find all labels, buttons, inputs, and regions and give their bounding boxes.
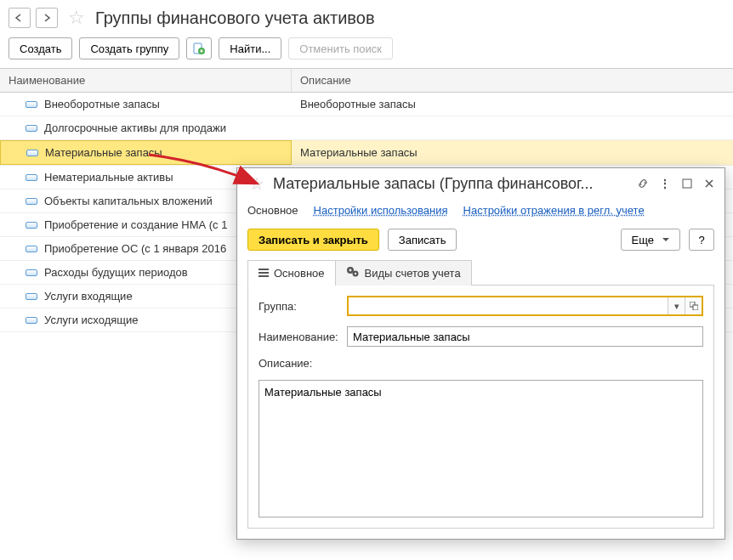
desc-textarea[interactable] bbox=[259, 380, 703, 518]
find-button[interactable]: Найти... bbox=[219, 37, 281, 59]
svg-point-6 bbox=[354, 273, 355, 274]
name-row: Наименование: bbox=[259, 326, 703, 347]
row-name-text: Расходы будущих периодов bbox=[44, 266, 188, 279]
row-name-text: Нематериальные активы bbox=[44, 171, 173, 184]
table-row[interactable]: Материальные запасыМатериальные запасы bbox=[0, 140, 733, 166]
more-button[interactable]: Еще bbox=[621, 229, 680, 251]
open-ref-icon[interactable] bbox=[685, 297, 702, 314]
table-row[interactable]: Внеоборотные запасыВнеоборотные запасы bbox=[0, 93, 733, 116]
gears-icon bbox=[346, 266, 360, 280]
create-button[interactable]: Создать bbox=[9, 37, 72, 59]
page-header: ☆ Группы финансового учета активов bbox=[0, 0, 733, 34]
item-icon bbox=[26, 101, 37, 108]
item-icon bbox=[26, 293, 37, 300]
dialog-toolbar: Записать и закрыть Записать Еще ? bbox=[237, 225, 724, 259]
help-button[interactable]: ? bbox=[689, 229, 714, 251]
link-icon[interactable] bbox=[634, 175, 651, 192]
item-icon bbox=[26, 125, 37, 132]
tab-main-label: Основное bbox=[274, 267, 325, 280]
item-icon bbox=[26, 174, 37, 181]
cell-name: Долгосрочные активы для продажи bbox=[0, 116, 292, 139]
save-button[interactable]: Записать bbox=[388, 229, 457, 251]
name-input-wrap bbox=[347, 326, 703, 347]
dropdown-icon[interactable]: ▾ bbox=[668, 297, 685, 314]
row-name-text: Услуги исходящие bbox=[44, 314, 138, 326]
desc-label-row: Описание: bbox=[259, 357, 703, 370]
nav-regl-settings[interactable]: Настройки отражения в регл. учете bbox=[463, 204, 645, 217]
row-name-text: Приобретение ОС (с 1 января 2016 bbox=[44, 242, 226, 255]
item-icon bbox=[26, 150, 38, 156]
tabstrip: Основное Виды счетов учета bbox=[247, 259, 714, 286]
group-input[interactable] bbox=[349, 297, 668, 314]
row-name-text: Внеоборотные запасы bbox=[44, 98, 160, 110]
form-area: Группа: ▾ Наименование: Описание: bbox=[247, 286, 714, 529]
item-icon bbox=[26, 246, 37, 252]
row-name-text: Объекты капитальных вложений bbox=[44, 195, 213, 207]
close-icon[interactable] bbox=[701, 175, 718, 192]
maximize-icon[interactable] bbox=[679, 175, 696, 192]
favorite-star-icon[interactable]: ☆ bbox=[68, 7, 85, 29]
cell-name: Внеоборотные запасы bbox=[0, 93, 292, 116]
nav-forward-button[interactable] bbox=[36, 8, 58, 28]
row-name-text: Долгосрочные активы для продажи bbox=[44, 122, 226, 134]
col-header-name[interactable]: Наименование bbox=[0, 69, 292, 92]
desc-label: Описание: bbox=[259, 357, 340, 370]
grid-header: Наименование Описание bbox=[0, 69, 733, 93]
row-name-text: Материальные запасы bbox=[45, 146, 162, 159]
nav-usage-settings[interactable]: Настройки использования bbox=[314, 204, 448, 217]
edit-dialog: ☆ Материальные запасы (Группа финансовог… bbox=[236, 167, 725, 540]
arrow-left-icon bbox=[14, 14, 25, 22]
nav-main[interactable]: Основное bbox=[247, 204, 298, 217]
refresh-button[interactable] bbox=[186, 37, 212, 59]
table-row[interactable]: Долгосрочные активы для продажи bbox=[0, 116, 733, 140]
group-label: Группа: bbox=[259, 300, 340, 313]
row-name-text: Приобретение и создание НМА (с 1 bbox=[44, 218, 227, 231]
group-row: Группа: ▾ bbox=[259, 296, 703, 316]
item-icon bbox=[26, 317, 37, 324]
svg-rect-8 bbox=[693, 305, 698, 310]
more-menu-icon[interactable]: ⋮ bbox=[656, 175, 673, 192]
name-label: Наименование: bbox=[259, 331, 340, 343]
create-group-button[interactable]: Создать группу bbox=[79, 37, 179, 59]
dialog-star-icon[interactable]: ☆ bbox=[249, 173, 264, 194]
cell-desc bbox=[292, 116, 733, 139]
tab-accounts-label: Виды счетов учета bbox=[365, 267, 461, 280]
save-close-button[interactable]: Записать и закрыть bbox=[247, 229, 379, 251]
tab-accounts[interactable]: Виды счетов учета bbox=[335, 260, 472, 286]
cell-name: Материальные запасы bbox=[0, 140, 292, 165]
cell-desc: Внеоборотные запасы bbox=[292, 93, 733, 116]
dialog-titlebar: ☆ Материальные запасы (Группа финансовог… bbox=[237, 168, 724, 199]
list-icon bbox=[259, 269, 269, 277]
svg-point-5 bbox=[349, 269, 351, 272]
item-icon bbox=[26, 222, 37, 229]
cancel-search-button: Отменить поиск bbox=[288, 37, 393, 59]
arrow-right-icon bbox=[42, 14, 52, 22]
name-input[interactable] bbox=[348, 327, 702, 346]
svg-rect-2 bbox=[683, 179, 691, 188]
item-icon bbox=[26, 269, 37, 276]
col-header-desc[interactable]: Описание bbox=[292, 69, 733, 92]
main-toolbar: Создать Создать группу Найти... Отменить… bbox=[0, 34, 733, 68]
page-title: Группы финансового учета активов bbox=[95, 8, 375, 28]
row-name-text: Услуги входящие bbox=[44, 290, 133, 303]
page-refresh-icon bbox=[193, 42, 205, 54]
dialog-nav: Основное Настройки использования Настрой… bbox=[237, 199, 724, 225]
group-input-wrap: ▾ bbox=[347, 296, 703, 316]
dialog-title: Материальные запасы (Группа финансовог..… bbox=[273, 175, 629, 193]
nav-back-button[interactable] bbox=[9, 8, 31, 28]
tab-main[interactable]: Основное bbox=[247, 260, 336, 286]
item-icon bbox=[26, 198, 37, 205]
cell-desc: Материальные запасы bbox=[292, 140, 733, 165]
